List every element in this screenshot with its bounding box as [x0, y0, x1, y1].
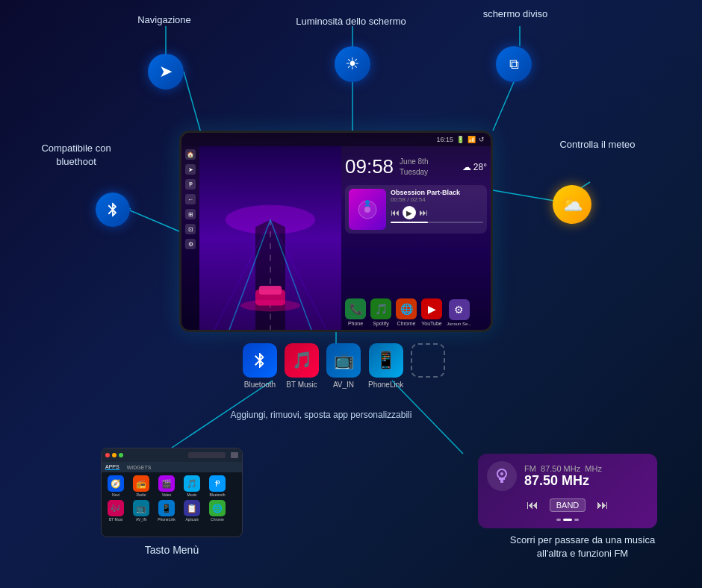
- menu-app-navi[interactable]: 🧭 Navi: [105, 475, 127, 497]
- next-btn[interactable]: ⏭: [419, 207, 428, 218]
- clock-date: June 8th Tuesday: [400, 157, 428, 178]
- car-display-screen[interactable]: 16:15 🔋 📶 ↺ 🏠 ➤ Ᵽ ← ⊞ ⊡ ⚙ 120 mph: [179, 131, 493, 332]
- panel-bt-music[interactable]: 🎵 BT Music: [285, 343, 319, 389]
- status-bar: 16:15 🔋 📶 ↺: [181, 133, 491, 146]
- svg-text:👤: 👤: [364, 199, 371, 207]
- fm-widget[interactable]: FM 87.50 MHz MHz 87.50 MHz ⏮ BAND ⏭: [478, 454, 657, 528]
- fm-prev-btn[interactable]: ⏮: [526, 498, 538, 512]
- menu-tabs: APPS WIDGETS: [102, 462, 242, 472]
- back-icon[interactable]: ←: [185, 194, 196, 204]
- svg-rect-22: [259, 286, 282, 295]
- left-sidebar: 🏠 ➤ Ᵽ ← ⊞ ⊡ ⚙: [181, 146, 199, 330]
- prev-btn[interactable]: ⏮: [391, 207, 400, 218]
- grid-icon[interactable]: ⊞: [185, 209, 196, 219]
- av-in-label: AV_IN: [333, 381, 354, 389]
- fm-top: FM 87.50 MHz MHz 87.50 MHz: [487, 461, 648, 491]
- menu-app-video[interactable]: 🎬 Video: [155, 475, 178, 497]
- fm-band-btn[interactable]: BAND: [550, 498, 586, 512]
- panel-av-in[interactable]: 📺 AV_IN: [326, 343, 361, 389]
- road-visualization: 120 mph: [199, 146, 341, 330]
- menu-icons-grid: 🧭 Navi 📻 Radio 🎬 Video 🎵 Music Ᵽ Bluetoo…: [102, 472, 242, 525]
- music-title: Obsession Part-Black: [391, 189, 483, 196]
- progress-fill: [391, 222, 428, 223]
- fm-controls[interactable]: ⏮ BAND ⏭: [487, 498, 648, 512]
- bluetooth-app-label: Bluetooth: [244, 381, 276, 389]
- navigation-icon[interactable]: ➤: [148, 54, 184, 90]
- svg-line-5: [493, 82, 514, 131]
- compatibile-label: Compatibile conbluethoot: [31, 142, 121, 169]
- right-panel: 09:58 June 8th Tuesday ☁ 28°: [341, 146, 491, 330]
- empty-slot: [411, 343, 445, 378]
- play-btn[interactable]: ▶: [403, 206, 416, 219]
- app-phone[interactable]: 📞 Phone: [345, 298, 366, 326]
- phonelink-label: PhoneLink: [368, 381, 403, 389]
- svg-line-7: [130, 210, 179, 231]
- music-player[interactable]: 👤 Obsession Part-Black 00:58 / 02:54 ⏮ ▶…: [345, 185, 487, 234]
- navigazione-label: Navigazione: [116, 13, 213, 27]
- svg-line-9: [493, 190, 559, 201]
- svg-point-27: [500, 472, 503, 475]
- clock-area: 09:58 June 8th Tuesday ☁ 28°: [345, 150, 487, 184]
- fm-slider-dots: [487, 519, 648, 521]
- panel-bluetooth[interactable]: Bluetooth: [243, 343, 277, 389]
- menu-app-apps[interactable]: 📋 Aplicatii: [181, 500, 203, 522]
- menu-screenshot: APPS WIDGETS 🧭 Navi 📻 Radio 🎬 Video 🎵 Mu…: [101, 448, 243, 537]
- app-youtube[interactable]: ▶ YouTube: [421, 298, 442, 326]
- fm-frequency: 87.50 MHz: [524, 473, 648, 489]
- controlla-meteo-label: Controlla il meteo: [545, 138, 650, 151]
- panel-phonelink[interactable]: 📱 PhoneLink: [368, 343, 403, 389]
- app-spotify[interactable]: 🎵 Spotify: [370, 298, 391, 326]
- fm-info: FM 87.50 MHz MHz 87.50 MHz: [524, 464, 648, 489]
- app-icons-row: 📞 Phone 🎵 Spotify 🌐 Chrome ▶ YouTube: [345, 298, 487, 326]
- fm-scroll-label: Scorri per passare da una musicaall'altr…: [485, 534, 680, 560]
- menu-app-radio[interactable]: 📻 Radio: [130, 475, 152, 497]
- bluetooth-icon[interactable]: [96, 193, 130, 227]
- max-dot: [119, 453, 123, 457]
- tab-apps[interactable]: APPS: [105, 464, 119, 470]
- menu-app-bt[interactable]: Ᵽ Bluetooth: [206, 475, 229, 497]
- clock-time: 09:58: [345, 155, 394, 178]
- apps-panel: Bluetooth 🎵 BT Music 📺 AV_IN 📱 PhoneLink: [243, 343, 445, 389]
- split-screen-icon[interactable]: ⧉: [496, 46, 532, 82]
- bt-side-icon[interactable]: Ᵽ: [185, 179, 196, 190]
- customize-text: Aggiungi, rimuovi, sposta app personaliz…: [164, 409, 478, 422]
- settings-icon[interactable]: ⚙: [185, 239, 196, 249]
- brightness-icon[interactable]: ☀: [335, 46, 370, 82]
- menu-app-phonelink[interactable]: 📱 PhoneLink: [155, 500, 178, 522]
- signal-bars: [188, 452, 226, 458]
- weather-widget: ☁ 28°: [462, 162, 487, 172]
- weather-icon[interactable]: ⛅: [553, 185, 591, 224]
- bt-music-label: BT Music: [286, 381, 317, 389]
- app-junsun[interactable]: ⚙ Junsun Se...: [447, 299, 471, 326]
- fm-antenna-icon: [487, 461, 517, 491]
- svg-point-23: [240, 300, 300, 312]
- app-chrome[interactable]: 🌐 Chrome: [396, 298, 417, 326]
- tab-widgets[interactable]: WIDGETS: [127, 465, 152, 470]
- home-icon[interactable]: 🏠: [185, 149, 196, 160]
- menu-label: Tasto Menù: [116, 543, 228, 558]
- svg-point-25: [364, 207, 370, 213]
- schermo-diviso-label: schermo diviso: [463, 7, 568, 21]
- fm-next-btn[interactable]: ⏭: [597, 498, 609, 512]
- music-info: Obsession Part-Black 00:58 / 02:54 ⏮ ▶ ⏭: [391, 189, 483, 230]
- min-dot: [112, 453, 117, 457]
- battery-indicator: [231, 452, 238, 458]
- menu-top-bar: [102, 448, 242, 462]
- menu-app-chrome[interactable]: 🌐 Chrome: [206, 500, 229, 522]
- status-time: 16:15: [436, 136, 453, 143]
- menu-app-btmusic[interactable]: 🎶 BT Musi: [105, 500, 127, 522]
- nav-side-icon[interactable]: ➤: [185, 164, 196, 175]
- music-controls[interactable]: ⏮ ▶ ⏭: [391, 206, 483, 219]
- menu-app-music[interactable]: 🎵 Music: [181, 475, 203, 497]
- menu-app-avin[interactable]: 📺 AV_IN: [130, 500, 152, 522]
- luminosita-label: Luminosità dello schermo: [284, 15, 418, 28]
- widget-icon[interactable]: ⊡: [185, 224, 196, 234]
- music-time: 00:58 / 02:54: [391, 196, 483, 203]
- close-dot: [105, 453, 110, 457]
- album-art: 👤: [349, 189, 386, 230]
- panel-empty: [411, 343, 445, 389]
- progress-bar: [391, 222, 483, 223]
